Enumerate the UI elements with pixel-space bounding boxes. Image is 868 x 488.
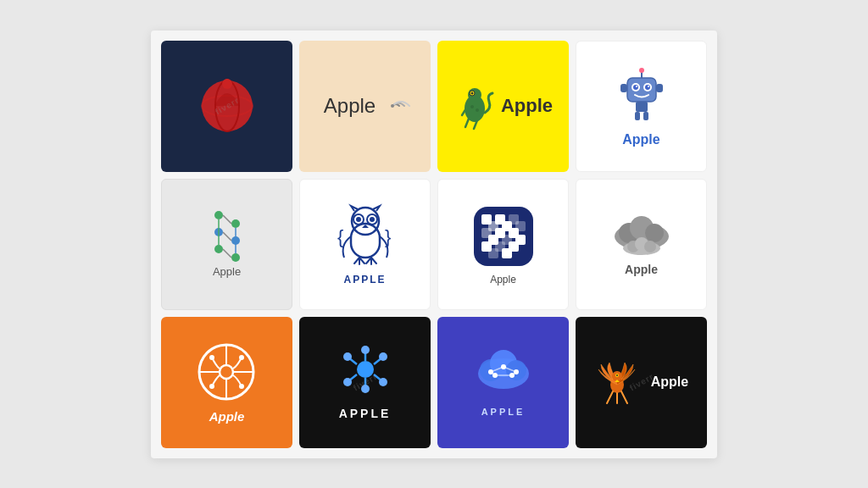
logo-cell-5[interactable]: Apple xyxy=(161,179,292,310)
svg-point-23 xyxy=(639,68,644,73)
svg-point-109 xyxy=(514,369,519,374)
svg-rect-65 xyxy=(488,248,498,258)
svg-point-19 xyxy=(645,85,650,90)
svg-line-36 xyxy=(223,232,231,241)
svg-point-5 xyxy=(391,104,394,108)
svg-rect-15 xyxy=(627,78,656,102)
svg-point-30 xyxy=(231,219,240,228)
logo-label-11: APPLE xyxy=(481,407,526,417)
logo-label-9: Apple xyxy=(209,409,245,424)
logo-cell-4[interactable]: Apple xyxy=(576,41,707,172)
svg-rect-27 xyxy=(635,112,640,120)
svg-rect-28 xyxy=(643,112,648,120)
svg-point-93 xyxy=(361,385,370,393)
svg-point-14 xyxy=(476,108,479,112)
svg-point-9 xyxy=(470,92,473,94)
logo-label-4: Apple xyxy=(622,132,659,147)
svg-marker-46 xyxy=(362,225,369,228)
svg-point-70 xyxy=(645,224,664,242)
svg-point-115 xyxy=(616,374,618,376)
logo-label-10: APPLE xyxy=(339,407,392,420)
logo-label-2: Apple xyxy=(324,94,376,118)
logo-cell-12[interactable]: fiverr Apple xyxy=(576,317,707,448)
logo-cell-9[interactable]: Apple xyxy=(161,317,292,448)
svg-point-18 xyxy=(633,85,638,90)
svg-point-21 xyxy=(648,86,649,87)
svg-rect-66 xyxy=(502,248,512,258)
logo-label-6: APPLE xyxy=(343,274,386,286)
svg-point-110 xyxy=(492,373,498,378)
svg-rect-24 xyxy=(620,84,627,92)
logo-cell-11[interactable]: APPLE xyxy=(437,317,569,448)
svg-point-95 xyxy=(379,352,387,361)
svg-point-33 xyxy=(214,245,223,253)
svg-point-85 xyxy=(357,361,374,378)
svg-point-13 xyxy=(470,105,474,108)
svg-point-45 xyxy=(370,217,375,222)
svg-point-107 xyxy=(488,369,493,374)
svg-point-108 xyxy=(501,364,506,369)
logo-cell-10[interactable]: fiverr APPLE xyxy=(299,317,431,448)
logo-cell-6[interactable]: { } APPLE xyxy=(299,179,431,310)
svg-rect-26 xyxy=(636,102,648,112)
svg-line-10 xyxy=(465,119,469,127)
svg-point-96 xyxy=(343,378,352,386)
svg-point-97 xyxy=(379,378,387,386)
logo-cell-1[interactable]: fiverr xyxy=(161,41,292,172)
svg-line-35 xyxy=(223,215,231,224)
svg-point-111 xyxy=(509,373,515,378)
svg-point-74 xyxy=(644,241,656,252)
logo-cell-2[interactable]: Apple xyxy=(299,41,431,172)
svg-point-92 xyxy=(361,346,370,354)
svg-point-41 xyxy=(352,208,379,235)
svg-point-82 xyxy=(239,355,244,360)
svg-rect-25 xyxy=(656,84,663,92)
logo-label-12: Apple xyxy=(651,374,688,390)
svg-point-34 xyxy=(231,253,240,262)
svg-line-37 xyxy=(223,249,231,258)
svg-text:{: { xyxy=(337,226,343,247)
logo-label-7: Apple xyxy=(490,274,516,286)
svg-text:}: } xyxy=(385,226,391,247)
logo-cell-3[interactable]: Apple xyxy=(437,41,569,172)
logo-grid: fiverr Apple xyxy=(151,30,717,458)
svg-point-83 xyxy=(209,384,214,389)
logo-label-3: Apple xyxy=(501,95,553,117)
svg-point-84 xyxy=(239,384,244,389)
logo-label-5: Apple xyxy=(213,265,241,278)
svg-point-29 xyxy=(214,211,223,219)
logo-label-8: Apple xyxy=(625,263,658,276)
svg-point-20 xyxy=(636,86,637,87)
svg-point-81 xyxy=(209,355,214,360)
svg-point-94 xyxy=(343,352,352,361)
svg-point-44 xyxy=(356,217,361,222)
logo-cell-8[interactable]: Apple xyxy=(576,179,707,310)
svg-point-76 xyxy=(220,365,233,379)
logo-cell-7[interactable]: Apple xyxy=(437,179,569,310)
